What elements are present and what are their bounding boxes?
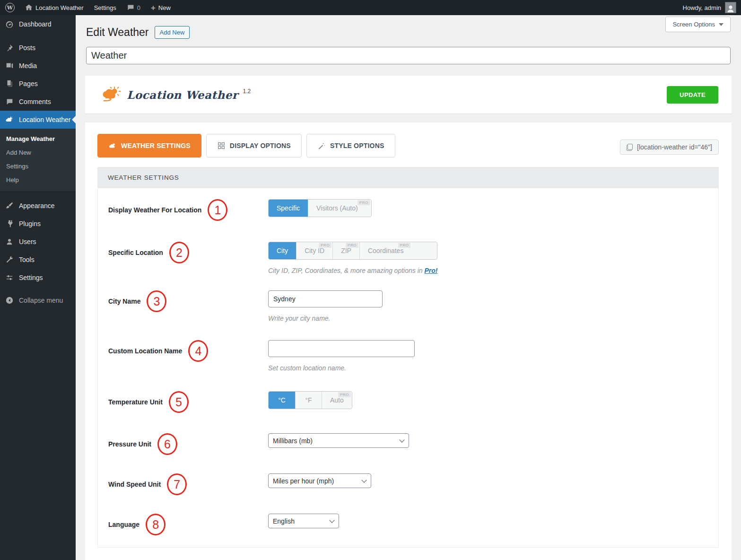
sidebar-item-comments[interactable]: Comments	[0, 93, 76, 111]
shortcode-chip[interactable]: [location-weather id="46"]	[620, 140, 719, 155]
sidebar-label: Media	[19, 62, 37, 70]
submenu-help[interactable]: Help	[0, 173, 76, 187]
sidebar-label: Pages	[19, 80, 38, 88]
home-icon	[25, 4, 33, 11]
annotation-circle-8: 8	[146, 514, 166, 535]
user-icon	[5, 237, 14, 246]
location-weather-submenu: Manage Weather Add New Settings Help	[0, 129, 76, 191]
pages-icon	[5, 79, 14, 88]
sidebar-label: Comments	[19, 98, 51, 105]
site-name-label: Location Weather	[35, 4, 84, 11]
wordpress-logo-icon[interactable]: W	[0, 0, 20, 15]
tab-style-options[interactable]: STYLE OPTIONS	[306, 134, 395, 158]
location-weather-logo-icon	[101, 85, 122, 104]
screen-options-button[interactable]: Screen Options	[665, 17, 731, 32]
sidebar-item-tools[interactable]: Tools	[0, 251, 76, 269]
settings-card: WEATHER SETTINGS DISPLAY OPTIONS STYLE O…	[85, 122, 732, 560]
language-select[interactable]: English	[268, 514, 339, 528]
tab-weather-settings[interactable]: WEATHER SETTINGS	[97, 134, 201, 158]
city-name-input[interactable]	[268, 290, 383, 307]
comments-bubble[interactable]: 0	[122, 0, 146, 15]
collapse-menu-button[interactable]: Collapse menu	[0, 291, 76, 309]
pro-badge: PRO	[357, 200, 370, 205]
weather-settings-panel: WEATHER SETTINGS Display Weather For Loc…	[97, 167, 719, 548]
sidebar-item-dashboard[interactable]: Dashboard	[0, 15, 76, 33]
field-label: Wind Speed Unit	[108, 481, 161, 488]
add-new-button[interactable]: Add New	[155, 26, 190, 39]
option-specific[interactable]: Specific	[269, 200, 308, 217]
sidebar-item-media[interactable]: Media	[0, 57, 76, 75]
wrench-icon	[5, 255, 14, 264]
option-city[interactable]: City	[269, 242, 296, 259]
annotation-circle-5: 5	[169, 391, 189, 413]
plugin-name: Location Weather	[127, 88, 238, 101]
location-mode-toggle: Specific Visitors (Auto) PRO	[268, 199, 372, 217]
sidebar-item-location-weather[interactable]: Location Weather	[0, 111, 76, 129]
cloud-sun-icon	[5, 115, 14, 124]
annotation-circle-3: 3	[147, 290, 166, 312]
pressure-unit-select[interactable]: Millibars (mb)	[268, 433, 409, 448]
helper-text: City ID, ZIP, Coordinates, & more amazin…	[268, 267, 437, 274]
row-pressure-unit: Pressure Unit 6 Millibars (mb)	[108, 433, 718, 455]
temperature-unit-toggle: °C °F Auto PRO	[268, 391, 352, 409]
pro-badge: PRO	[319, 243, 331, 248]
annotation-circle-4: 4	[188, 340, 208, 362]
collapse-arrow-icon	[5, 296, 14, 305]
annotation-circle-7: 7	[167, 473, 187, 495]
sidebar-item-plugins[interactable]: Plugins	[0, 215, 76, 233]
plugin-header-card: Location Weather 1.2 UPDATE	[85, 76, 732, 114]
row-custom-location-name: Custom Location Name 4 Set custom locati…	[108, 340, 718, 372]
wind-speed-unit-select[interactable]: Miles per hour (mph)	[268, 473, 371, 488]
option-fahrenheit[interactable]: °F	[295, 392, 322, 409]
pro-link[interactable]: Pro!	[424, 267, 437, 274]
media-icon	[5, 61, 14, 70]
sidebar-label: Appearance	[19, 202, 55, 210]
annotation-circle-2: 2	[169, 242, 189, 263]
sidebar-item-settings[interactable]: Settings	[0, 269, 76, 287]
chevron-down-icon	[719, 23, 724, 26]
submenu-manage-weather[interactable]: Manage Weather	[0, 132, 76, 146]
admin-bar-settings-link[interactable]: Settings	[89, 0, 122, 15]
option-celsius[interactable]: °C	[269, 392, 295, 409]
pro-badge: PRO	[346, 243, 358, 248]
weather-tab-icon	[108, 141, 117, 150]
brush-icon	[5, 201, 14, 210]
option-auto[interactable]: Auto PRO	[322, 392, 352, 409]
submenu-settings[interactable]: Settings	[0, 159, 76, 173]
new-content-button[interactable]: + New	[146, 0, 176, 15]
helper-text: Set custom location name.	[268, 364, 415, 372]
chevron-down-icon	[399, 437, 404, 442]
panel-title: WEATHER SETTINGS	[97, 167, 719, 188]
sidebar-item-appearance[interactable]: Appearance	[0, 197, 76, 215]
field-label: Custom Location Name	[108, 347, 182, 355]
row-temperature-unit: Temperature Unit 5 °C °F Auto PRO	[108, 391, 718, 413]
sidebar-item-users[interactable]: Users	[0, 233, 76, 251]
sidebar-label: Posts	[19, 44, 35, 52]
admin-bar: W Location Weather Settings 0 + New Howd…	[0, 0, 741, 15]
row-display-weather-for-location: Display Weather For Location 1 Specific …	[108, 199, 718, 221]
row-specific-location: Specific Location 2 City City ID PRO ZIP	[108, 242, 718, 274]
field-label: City Name	[108, 298, 140, 305]
howdy-admin-link[interactable]: Howdy, admin	[683, 4, 721, 11]
sliders-icon	[5, 273, 14, 282]
update-button[interactable]: UPDATE	[667, 86, 718, 104]
option-visitors-auto[interactable]: Visitors (Auto) PRO	[308, 200, 371, 217]
option-city-id[interactable]: City ID PRO	[296, 242, 332, 259]
tab-display-options[interactable]: DISPLAY OPTIONS	[206, 134, 302, 158]
option-zip[interactable]: ZIP PRO	[332, 242, 359, 259]
comments-count: 0	[137, 4, 140, 11]
option-coordinates[interactable]: Coordinates PRO	[359, 242, 412, 259]
custom-location-name-input[interactable]	[268, 340, 415, 357]
sidebar-item-pages[interactable]: Pages	[0, 75, 76, 93]
submenu-add-new[interactable]: Add New	[0, 146, 76, 159]
site-name-link[interactable]: Location Weather	[20, 0, 89, 15]
sidebar-label: Collapse menu	[19, 297, 63, 304]
copy-icon	[627, 144, 633, 151]
avatar[interactable]	[725, 2, 736, 13]
chevron-down-icon	[361, 477, 366, 482]
chevron-down-icon	[329, 517, 334, 523]
post-title-input[interactable]	[86, 47, 731, 64]
plug-icon	[5, 219, 14, 228]
sidebar-item-posts[interactable]: Posts	[0, 39, 76, 57]
magic-wand-icon	[317, 141, 326, 150]
